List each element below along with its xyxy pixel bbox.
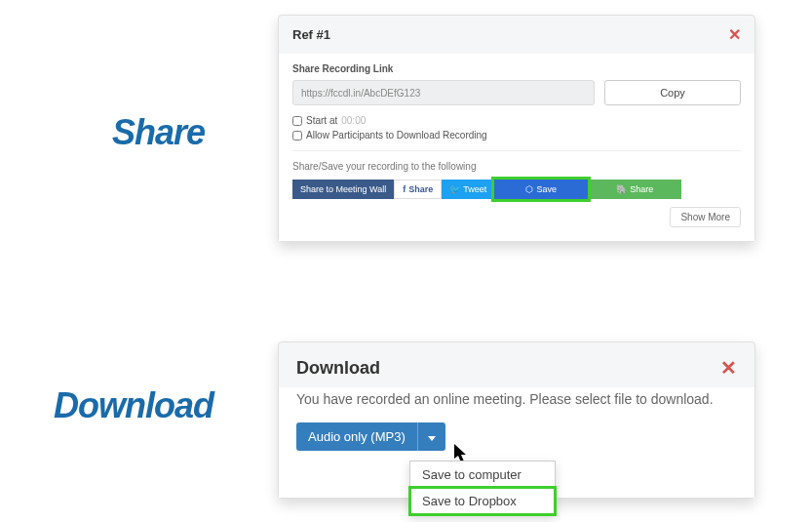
share-link-row: Copy	[292, 80, 741, 105]
allow-download-checkbox[interactable]	[292, 131, 302, 141]
save-to-computer-item[interactable]: Save to computer	[410, 462, 555, 488]
download-panel-title: Download	[296, 358, 380, 379]
audio-only-dropdown-button[interactable]: Audio only (MP3)	[296, 422, 445, 451]
copy-button[interactable]: Copy	[604, 80, 741, 105]
share-link-input[interactable]	[292, 80, 595, 105]
audio-only-label: Audio only (MP3)	[296, 422, 417, 451]
close-icon[interactable]: ✕	[720, 356, 737, 380]
twitter-tweet-label: Tweet	[463, 184, 486, 194]
share-panel-header: Ref #1 ✕	[279, 16, 754, 54]
chevron-down-icon	[417, 422, 445, 451]
share-panel: Ref #1 ✕ Share Recording Link Copy Start…	[278, 15, 755, 242]
share-label: Share	[112, 112, 205, 153]
start-at-row: Start at 00:00	[292, 115, 741, 126]
start-at-checkbox[interactable]	[292, 116, 302, 126]
download-label: Download	[54, 385, 213, 426]
save-dropdown-menu: Save to computer Save to Dropbox	[409, 461, 556, 515]
start-at-time: 00:00	[341, 115, 366, 126]
start-at-label: Start at	[306, 115, 337, 126]
save-to-dropbox-item[interactable]: Save to Dropbox	[410, 488, 555, 514]
close-icon[interactable]: ✕	[728, 25, 741, 44]
download-message: You have recorded an online meeting. Ple…	[296, 391, 737, 407]
allow-download-row: Allow Participants to Download Recording	[292, 130, 741, 141]
facebook-share-button[interactable]: f Share	[394, 180, 442, 199]
evernote-share-button[interactable]: 🐘 Share	[588, 180, 681, 199]
dropbox-icon: ⬡	[525, 184, 533, 194]
share-save-text: Share/Save your recording to the followi…	[292, 161, 741, 172]
dropbox-save-label: Save	[536, 184, 557, 194]
show-more-button[interactable]: Show More	[670, 207, 741, 227]
allow-download-label: Allow Participants to Download Recording	[306, 130, 487, 141]
download-panel-header: Download ✕	[279, 342, 754, 387]
share-meeting-wall-button[interactable]: Share to Meeting Wall	[292, 180, 394, 199]
divider	[292, 150, 741, 151]
share-panel-title: Ref #1	[292, 27, 330, 42]
evernote-share-label: Share	[630, 184, 653, 194]
share-link-label: Share Recording Link	[292, 63, 741, 74]
dropbox-save-button[interactable]: ⬡ Save	[494, 180, 588, 199]
facebook-icon: f	[403, 184, 406, 194]
facebook-share-label: Share	[408, 184, 433, 194]
share-buttons-row: Share to Meeting Wall f Share 🐦 Tweet ⬡ …	[292, 180, 741, 199]
twitter-tweet-button[interactable]: 🐦 Tweet	[442, 180, 494, 199]
twitter-icon: 🐦	[449, 184, 460, 194]
share-panel-body: Share Recording Link Copy Start at 00:00…	[279, 54, 754, 241]
show-more-row: Show More	[292, 207, 741, 227]
evernote-icon: 🐘	[616, 184, 627, 194]
